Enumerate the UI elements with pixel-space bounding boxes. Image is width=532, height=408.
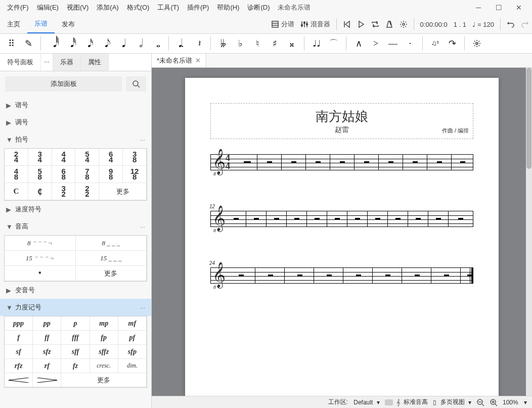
sharp-icon[interactable]: ♯ [268, 36, 282, 51]
pitch-item[interactable]: 15 ⁻ ⁻ ⁻ ¬ [5, 251, 76, 266]
double-sharp-icon[interactable]: 𝄪 [285, 36, 299, 51]
aug-dot[interactable]: 𝅘𝅥 . [174, 36, 188, 51]
pitch-item[interactable]: • [5, 266, 76, 281]
rest-icon[interactable]: 𝄽 [191, 36, 205, 51]
hairpin-decresc[interactable] [33, 373, 61, 387]
handle-icon[interactable]: ⠿ [4, 36, 18, 51]
timesig-item[interactable]: 78 [75, 166, 99, 183]
pitch-item[interactable]: 8 _ _ _ [76, 236, 147, 251]
tuplet-icon[interactable]: ♫³ [428, 36, 442, 51]
dynamics-item[interactable]: pp [33, 316, 61, 331]
dynamics-item[interactable]: p [61, 316, 90, 331]
menu-file[interactable]: 文件(F) [3, 1, 33, 14]
dynamics-item[interactable]: fz [61, 359, 90, 373]
dynamics-item[interactable]: pf [118, 331, 147, 345]
tab-publish[interactable]: 发布 [55, 16, 82, 33]
double-flat-icon[interactable]: 𝄫 [216, 36, 230, 51]
menu-help[interactable]: 帮助(H) [213, 1, 243, 14]
timesig-item[interactable]: 24 [5, 149, 28, 166]
dynamics-item[interactable]: sf [5, 345, 33, 359]
undo-button[interactable] [504, 17, 518, 31]
view-mode-selector[interactable]: ▯ 多页视图 ▾ [433, 398, 471, 406]
dynamics-item[interactable]: mp [90, 316, 118, 331]
doc-tab-close[interactable]: ✕ [195, 57, 201, 64]
timesig-item[interactable]: 54 [75, 149, 99, 166]
search-button[interactable] [126, 76, 146, 92]
zoom-display[interactable]: 100% ▾ [503, 399, 527, 406]
settings-button[interactable] [396, 17, 411, 31]
tab-properties[interactable]: 属性 [81, 54, 109, 71]
score-page[interactable]: 南方姑娘 赵雷 作曲 / 编排 𝄞 44 [185, 78, 499, 396]
time-signature[interactable]: 44 [226, 154, 230, 170]
timesig-item[interactable]: 128 [123, 166, 147, 183]
title-frame[interactable]: 南方姑娘 赵雷 作曲 / 编排 [210, 103, 473, 139]
marcato-icon[interactable]: ∧ [351, 36, 366, 51]
doc-tab[interactable]: *未命名乐谱 ✕ [152, 54, 206, 67]
score-subtitle[interactable]: 赵雷 [215, 125, 469, 134]
dynamics-item[interactable]: f [5, 331, 33, 345]
concert-pitch-toggle[interactable]: 𝄞 标准音高 [385, 398, 428, 406]
timesig-item[interactable]: 22 [75, 183, 99, 200]
score-scroll[interactable]: 南方姑娘 赵雷 作曲 / 编排 𝄞 44 [152, 68, 532, 396]
section-clef[interactable]: ▶谱号 [0, 97, 151, 114]
redo-button[interactable] [518, 17, 532, 31]
dynamics-item[interactable]: sffz [90, 345, 118, 359]
timesig-item[interactable]: 98 [99, 166, 123, 183]
pitch-item[interactable]: 15 _ _ _ [76, 251, 147, 266]
score-title[interactable]: 南方姑娘 [215, 108, 469, 125]
slur-icon[interactable]: ⌒ [327, 36, 341, 51]
section-dynamics-menu[interactable]: ··· [140, 304, 145, 311]
tie-icon[interactable]: ♩♩ [309, 36, 324, 51]
tab-palette[interactable]: 符号面板 [0, 54, 41, 71]
staff-system-2[interactable]: 12 𝄞 [210, 211, 473, 227]
dynamics-item[interactable]: fp [90, 331, 118, 345]
staccato-icon[interactable]: · [403, 36, 417, 51]
section-time[interactable]: ▼拍号··· [0, 131, 151, 148]
pitch-more[interactable]: 更多 [76, 266, 147, 281]
dynamics-more[interactable]: 更多 [61, 373, 147, 387]
menu-diagnostics[interactable]: 诊断(D) [243, 1, 274, 14]
scrollbar-thumb[interactable] [526, 68, 531, 169]
palette-scroll[interactable]: ▶谱号 ▶调号 ▼拍号··· 24 34 44 54 64 38 48 58 6… [0, 97, 151, 408]
tab-instruments[interactable]: 乐器 [53, 54, 81, 71]
tab-score[interactable]: 乐谱 [27, 15, 55, 33]
dynamics-item[interactable]: sfz [33, 345, 61, 359]
note-8th[interactable]: 𝅘𝅥𝅮 [98, 36, 112, 51]
timesig-item[interactable]: C [5, 183, 28, 200]
accent-icon[interactable]: > [369, 36, 383, 51]
tab-home[interactable]: 主页 [0, 16, 27, 33]
metronome-button[interactable] [382, 17, 396, 31]
timesig-item[interactable]: ₵ [28, 183, 52, 200]
dynamics-item[interactable]: fff [61, 331, 90, 345]
section-key[interactable]: ▶调号 [0, 114, 151, 131]
note-64th[interactable]: 𝅘𝅥𝅱 [46, 36, 60, 51]
workspace-selector[interactable]: 工作区: Default ▾ [328, 398, 380, 406]
maximize-button[interactable]: ☐ [489, 1, 509, 15]
dynamics-item[interactable]: mf [118, 316, 147, 331]
parts-button[interactable]: 分谱 [268, 17, 297, 32]
menu-add[interactable]: 添加(A) [93, 1, 122, 14]
toolbar-settings-icon[interactable] [470, 36, 484, 51]
timesig-item[interactable]: 34 [28, 149, 52, 166]
note-32nd[interactable]: 𝅘𝅥𝅰 [63, 36, 77, 51]
note-quarter[interactable]: 𝅘𝅥 [115, 36, 129, 51]
section-time-menu[interactable]: ··· [140, 136, 145, 144]
tempo-display[interactable]: ♩ = 120 [469, 18, 497, 31]
timesig-item[interactable]: 44 [52, 149, 76, 166]
close-button[interactable]: ✕ [509, 1, 529, 15]
note-half[interactable]: 𝅗𝅥 [132, 36, 146, 51]
note-whole[interactable]: 𝅝 [149, 36, 163, 51]
section-pitch[interactable]: ▼音高··· [0, 218, 151, 235]
note-16th[interactable]: 𝅘𝅥𝅯 [80, 36, 95, 51]
add-panel-button[interactable]: 添加面板 [5, 76, 122, 92]
menu-format[interactable]: 格式(O) [123, 1, 154, 14]
staff-system-1[interactable]: 𝄞 44 8 [210, 154, 473, 170]
timesig-item[interactable]: 48 [5, 166, 28, 183]
dynamics-item[interactable]: sfp [118, 345, 147, 359]
dynamics-item[interactable]: ppp [5, 316, 33, 331]
dynamics-item[interactable]: sff [61, 345, 90, 359]
dynamics-item[interactable]: rf [33, 359, 61, 373]
rewind-button[interactable] [340, 17, 354, 31]
pitch-item[interactable]: 8 ⁻ ⁻ ⁻ ¬ [5, 236, 76, 251]
play-button[interactable] [354, 17, 368, 31]
